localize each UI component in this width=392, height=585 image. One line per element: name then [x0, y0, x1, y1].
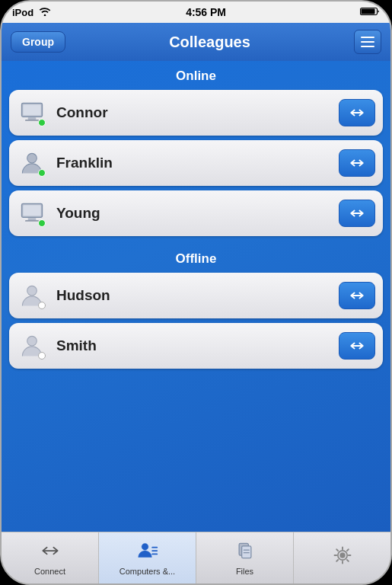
arrows-icon: [40, 540, 61, 564]
svg-rect-3: [23, 104, 40, 115]
online-section-header: Online: [2, 61, 390, 90]
contact-icon-smith: [17, 331, 47, 361]
online-label: Online: [176, 69, 216, 83]
svg-rect-10: [25, 220, 39, 222]
svg-rect-9: [28, 218, 37, 220]
contact-item-hudson[interactable]: Hudson: [9, 273, 383, 318]
connect-button-young[interactable]: [339, 200, 375, 227]
contact-name-smith: Smith: [56, 337, 330, 354]
svg-rect-18: [241, 546, 250, 558]
contact-item-franklin[interactable]: Franklin: [9, 140, 383, 186]
contact-icon-hudson: [17, 280, 47, 311]
files-icon: [234, 540, 256, 564]
status-dot-young: [38, 219, 46, 227]
svg-rect-5: [25, 120, 39, 121]
tab-connect[interactable]: Connect: [2, 532, 99, 583]
contact-icon-connor: [17, 98, 47, 128]
tab-computers-label: Computers &...: [120, 567, 175, 576]
svg-point-6: [27, 153, 37, 163]
contact-name-young: Young: [56, 205, 330, 222]
tab-files-label: Files: [236, 567, 253, 576]
connect-button-hudson[interactable]: [339, 282, 375, 309]
offline-section-header: Offline: [2, 244, 390, 273]
offline-list: Hudson Smith: [2, 273, 390, 369]
tab-settings[interactable]: [294, 532, 390, 583]
gear-icon: [332, 545, 353, 569]
nav-title: Colleagues: [169, 34, 250, 51]
status-dot-connor: [38, 119, 46, 126]
main-content: Online Connor: [2, 61, 390, 532]
menu-line-3: [361, 46, 374, 47]
contact-item-connor[interactable]: Connor: [9, 90, 383, 136]
connect-button-connor[interactable]: [339, 99, 375, 126]
menu-button[interactable]: [354, 30, 381, 54]
contact-name-connor: Connor: [56, 104, 330, 121]
svg-point-23: [340, 553, 344, 557]
contact-icon-franklin: [17, 148, 47, 178]
nav-bar: Group Colleagues: [2, 23, 390, 61]
wifi-icon: [38, 7, 52, 18]
person-list-icon: [137, 540, 158, 564]
status-bar: iPod 4:56 PM: [2, 2, 390, 23]
svg-point-13: [142, 543, 148, 550]
svg-point-12: [27, 336, 37, 346]
contact-name-hudson: Hudson: [56, 287, 330, 304]
connect-button-smith[interactable]: [339, 332, 375, 360]
svg-rect-1: [362, 8, 375, 14]
contact-item-smith[interactable]: Smith: [9, 323, 383, 369]
menu-line-2: [361, 41, 374, 43]
offline-label: Offline: [176, 251, 217, 266]
device-label: iPod: [12, 7, 33, 18]
status-time: 4:56 PM: [186, 6, 226, 18]
tab-files[interactable]: Files: [196, 532, 294, 583]
tab-computers[interactable]: Computers &...: [99, 532, 196, 583]
battery-icon: [360, 6, 380, 19]
tab-connect-label: Connect: [34, 567, 65, 576]
status-dot-hudson: [38, 302, 46, 309]
tab-bar: Connect Computers &...: [2, 532, 390, 583]
status-dot-franklin: [38, 169, 46, 177]
online-list: Connor Frankli: [2, 90, 390, 236]
svg-rect-8: [23, 205, 40, 216]
svg-rect-4: [28, 117, 37, 120]
group-button[interactable]: Group: [11, 31, 65, 53]
connect-button-franklin[interactable]: [339, 149, 375, 177]
svg-point-11: [27, 286, 37, 296]
contact-icon-young: [17, 198, 47, 229]
contact-item-young[interactable]: Young: [9, 190, 383, 236]
menu-line-1: [361, 37, 374, 38]
status-dot-smith: [38, 352, 46, 360]
contact-name-franklin: Franklin: [56, 155, 330, 171]
